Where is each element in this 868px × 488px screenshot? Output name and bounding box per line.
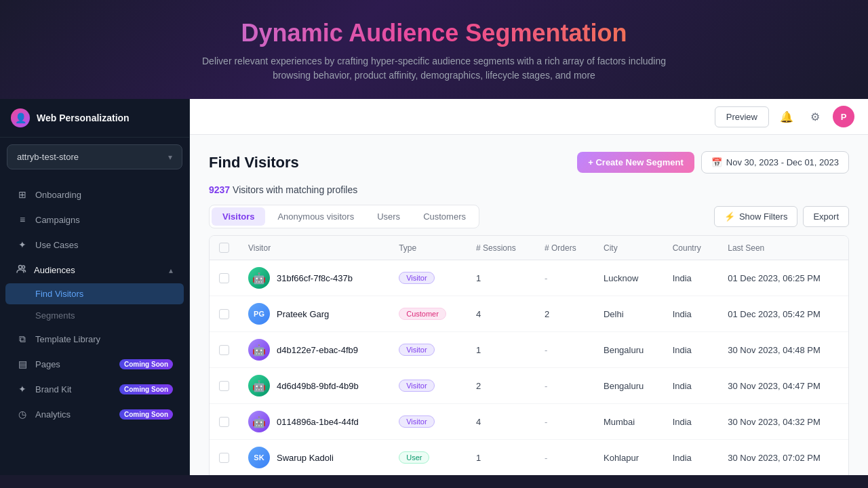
sidebar-item-label: Use Cases bbox=[35, 240, 79, 250]
create-segment-button[interactable]: + Create New Segment bbox=[577, 152, 694, 173]
header-actions: + Create New Segment 📅 Nov 30, 2023 - De… bbox=[577, 151, 849, 174]
hero-subtitle: Deliver relevant experiences by crafting… bbox=[197, 54, 671, 83]
app-logo: 👤 bbox=[11, 108, 30, 127]
sidebar-item-find-visitors[interactable]: Find Visitors bbox=[5, 283, 184, 304]
user-avatar[interactable]: P bbox=[833, 106, 854, 127]
last-seen-cell: 01 Dec 2023, 06:25 PM bbox=[718, 260, 848, 296]
page-content: Find Visitors + Create New Segment 📅 Nov… bbox=[190, 135, 868, 475]
col-visitor: Visitor bbox=[239, 236, 389, 260]
last-seen-cell: 30 Nov 2023, 04:48 PM bbox=[718, 332, 848, 368]
country-cell: India bbox=[663, 404, 719, 440]
visitor-avatar: 🤖 bbox=[248, 411, 270, 432]
sidebar-item-analytics[interactable]: ◷ Analytics Coming Soon bbox=[5, 402, 184, 426]
tabs-container: Visitors Anonymous visitors Users Custom… bbox=[209, 205, 479, 228]
table-header-row: Visitor Type # Sessions # Orders City Co… bbox=[210, 236, 848, 260]
audiences-sub-nav: Find Visitors Segments bbox=[0, 283, 189, 326]
main-content: Preview 🔔 ⚙ P Find Visitors + Create New… bbox=[190, 99, 868, 475]
sidebar-item-use-cases[interactable]: ✦ Use Cases bbox=[5, 232, 184, 257]
row-checkbox[interactable] bbox=[219, 453, 229, 463]
visitors-table: Visitor Type # Sessions # Orders City Co… bbox=[210, 236, 848, 475]
visitors-count-text: 9237 Visitors with matching profiles bbox=[209, 184, 849, 195]
page-header: Find Visitors + Create New Segment 📅 Nov… bbox=[209, 151, 849, 174]
date-range-label: Nov 30, 2023 - Dec 01, 2023 bbox=[726, 157, 839, 167]
type-badge: Visitor bbox=[399, 415, 434, 428]
visitor-avatar: 🤖 bbox=[248, 339, 270, 361]
visitor-avatar: 🤖 bbox=[248, 375, 270, 396]
no-orders: - bbox=[545, 453, 547, 463]
sidebar-item-audiences[interactable]: Audiences ▴ bbox=[5, 258, 184, 283]
city-cell: Lucknow bbox=[594, 260, 663, 296]
orders-cell: - bbox=[535, 404, 594, 440]
sessions-cell: 2 bbox=[467, 368, 535, 404]
row-checkbox[interactable] bbox=[219, 417, 229, 427]
list-icon: ≡ bbox=[16, 214, 28, 226]
sidebar-item-brand-kit[interactable]: ✦ Brand Kit Coming Soon bbox=[5, 377, 184, 401]
analytics-label: Analytics bbox=[35, 409, 71, 420]
star-icon: ✦ bbox=[16, 239, 28, 251]
sidebar-item-segments[interactable]: Segments bbox=[5, 305, 184, 326]
settings-button[interactable]: ⚙ bbox=[804, 106, 826, 127]
sidebar-item-pages[interactable]: ▤ Pages Coming Soon bbox=[5, 352, 184, 376]
sidebar-item-label: Template Library bbox=[35, 334, 100, 344]
chevron-down-icon: ▾ bbox=[168, 152, 172, 162]
row-checkbox[interactable] bbox=[219, 309, 229, 319]
last-seen-cell: 30 Nov 2023, 04:32 PM bbox=[718, 404, 848, 440]
hero-section: Dynamic Audience Segmentation Deliver re… bbox=[0, 0, 868, 99]
tab-visitors[interactable]: Visitors bbox=[212, 207, 265, 226]
show-filters-button[interactable]: ⚡ Show Filters bbox=[714, 206, 798, 227]
no-orders: - bbox=[545, 417, 547, 427]
row-checkbox[interactable] bbox=[219, 273, 229, 283]
visitor-cell: 🤖 4d6d49b8-9bfd-4b9b bbox=[248, 375, 380, 396]
select-all-checkbox[interactable] bbox=[219, 243, 229, 253]
city-cell: Kohlapur bbox=[594, 440, 663, 476]
filter-icon: ⚡ bbox=[724, 211, 735, 222]
sidebar-header: 👤 Web Personalization bbox=[0, 99, 189, 138]
row-checkbox[interactable] bbox=[219, 345, 229, 355]
visitors-table-container: Visitor Type # Sessions # Orders City Co… bbox=[209, 235, 849, 475]
country-cell: India bbox=[663, 440, 719, 476]
sidebar-item-template-library[interactable]: ⧉ Template Library bbox=[5, 327, 184, 351]
notifications-button[interactable]: 🔔 bbox=[776, 106, 797, 127]
preview-button[interactable]: Preview bbox=[715, 106, 769, 127]
table-row: 🤖 4d6d49b8-9bfd-4b9b Visitor2-BengaluruI… bbox=[210, 368, 848, 404]
store-name: attryb-test-store bbox=[17, 152, 79, 162]
store-selector[interactable]: attryb-test-store ▾ bbox=[7, 144, 182, 169]
col-city: City bbox=[594, 236, 663, 260]
visitor-cell: SK Swarup Kadoli bbox=[248, 447, 380, 468]
coming-soon-badge: Coming Soon bbox=[119, 384, 173, 394]
last-seen-cell: 30 Nov 2023, 04:47 PM bbox=[718, 368, 848, 404]
type-badge: Visitor bbox=[399, 380, 434, 392]
row-checkbox[interactable] bbox=[219, 381, 229, 391]
orders-cell: - bbox=[535, 440, 594, 476]
tab-actions: ⚡ Show Filters Export bbox=[714, 206, 849, 227]
orders-cell: 2 bbox=[535, 296, 594, 332]
visitor-name: 0114896a-1be4-44fd bbox=[277, 417, 359, 427]
brand-icon: ✦ bbox=[16, 383, 28, 395]
visitor-avatar: PG bbox=[248, 303, 270, 325]
tab-customers[interactable]: Customers bbox=[412, 207, 477, 226]
orders-cell: - bbox=[535, 368, 594, 404]
country-cell: India bbox=[663, 260, 719, 296]
sidebar-item-onboarding[interactable]: ⊞ Onboarding bbox=[5, 182, 184, 207]
audiences-icon bbox=[16, 264, 27, 277]
sessions-cell: 4 bbox=[467, 296, 535, 332]
chevron-up-icon: ▴ bbox=[169, 266, 173, 275]
date-range-picker[interactable]: 📅 Nov 30, 2023 - Dec 01, 2023 bbox=[701, 151, 849, 174]
orders-cell: - bbox=[535, 260, 594, 296]
sidebar-item-campaigns[interactable]: ≡ Campaigns bbox=[5, 207, 184, 232]
tab-users[interactable]: Users bbox=[366, 207, 411, 226]
no-orders: - bbox=[545, 345, 547, 355]
city-cell: Delhi bbox=[594, 296, 663, 332]
sessions-cell: 1 bbox=[467, 440, 535, 476]
export-button[interactable]: Export bbox=[803, 206, 849, 227]
no-orders: - bbox=[545, 273, 547, 283]
type-badge: Visitor bbox=[399, 344, 434, 356]
table-row: 🤖 0114896a-1be4-44fd Visitor4-MumbaiIndi… bbox=[210, 404, 848, 440]
svg-point-1 bbox=[22, 266, 25, 268]
visitors-count: 9237 bbox=[209, 184, 230, 195]
city-cell: Bengaluru bbox=[594, 332, 663, 368]
sessions-cell: 1 bbox=[467, 332, 535, 368]
tab-anonymous[interactable]: Anonymous visitors bbox=[267, 207, 365, 226]
pages-label: Pages bbox=[35, 359, 60, 369]
visitor-avatar: SK bbox=[248, 447, 270, 468]
